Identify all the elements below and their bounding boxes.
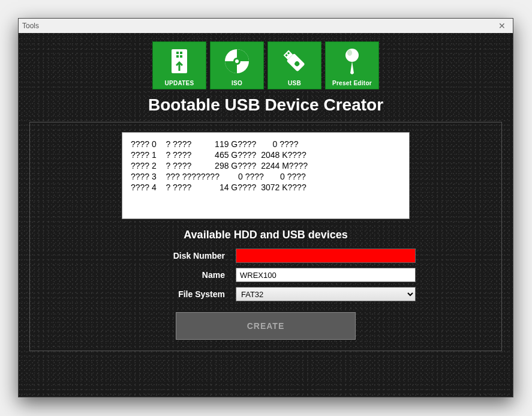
main-panel: ???? 0 ? ???? 119 G???? 0 ???? ???? 1 ? … xyxy=(29,122,502,351)
form: Disk Number Name File System FAT32 xyxy=(41,249,491,301)
tile-updates[interactable]: UPDATES xyxy=(152,41,206,89)
close-icon[interactable]: ✕ xyxy=(495,21,509,31)
tile-preset-label: Preset Editor xyxy=(332,80,372,86)
tile-row: UPDATES ISO xyxy=(29,41,502,89)
page-title: Bootable USB Device Creator xyxy=(29,95,502,115)
name-label: Name xyxy=(116,270,236,280)
svg-rect-3 xyxy=(176,55,179,58)
svg-rect-4 xyxy=(180,55,182,58)
list-item[interactable]: ???? 3 ??? ???????? 0 ???? 0 ???? xyxy=(131,171,401,182)
svg-point-13 xyxy=(345,49,359,62)
tile-iso[interactable]: ISO xyxy=(210,41,264,89)
create-button[interactable]: CREATE xyxy=(176,312,356,340)
available-devices-heading: Available HDD and USB devices xyxy=(41,229,491,241)
name-input[interactable] xyxy=(236,268,416,282)
app-window: Tools ✕ UPDATES xyxy=(18,18,513,397)
tile-updates-label: UPDATES xyxy=(164,80,194,86)
device-list[interactable]: ???? 0 ? ???? 119 G???? 0 ???? ???? 1 ? … xyxy=(122,132,410,219)
disc-icon xyxy=(223,42,251,80)
usb-icon xyxy=(280,42,309,80)
svg-rect-2 xyxy=(180,52,182,54)
tile-preset-editor[interactable]: Preset Editor xyxy=(325,41,379,89)
svg-rect-1 xyxy=(176,52,179,54)
list-item[interactable]: ???? 4 ? ???? 14 G???? 3072 K???? xyxy=(131,182,401,193)
svg-point-7 xyxy=(235,59,239,63)
file-system-select[interactable]: FAT32 xyxy=(236,287,416,301)
tile-usb[interactable]: USB xyxy=(267,41,321,89)
list-item[interactable]: ???? 0 ? ???? 119 G???? 0 ???? xyxy=(131,139,401,149)
content-area: UPDATES ISO xyxy=(19,33,513,357)
disk-number-label: Disk Number xyxy=(116,251,236,261)
tile-iso-label: ISO xyxy=(232,80,242,86)
titlebar: Tools ✕ xyxy=(19,19,513,33)
file-system-label: File System xyxy=(116,289,236,299)
list-item[interactable]: ???? 1 ? ???? 465 G???? 2048 K???? xyxy=(131,149,401,160)
menu-tools[interactable]: Tools xyxy=(22,22,39,30)
updates-icon xyxy=(168,42,191,80)
tile-usb-label: USB xyxy=(288,80,301,86)
list-item[interactable]: ???? 2 ? ???? 298 G???? 2244 M???? xyxy=(131,160,401,171)
pin-icon xyxy=(340,42,364,80)
svg-point-14 xyxy=(347,50,352,56)
disk-number-input[interactable] xyxy=(236,249,416,263)
